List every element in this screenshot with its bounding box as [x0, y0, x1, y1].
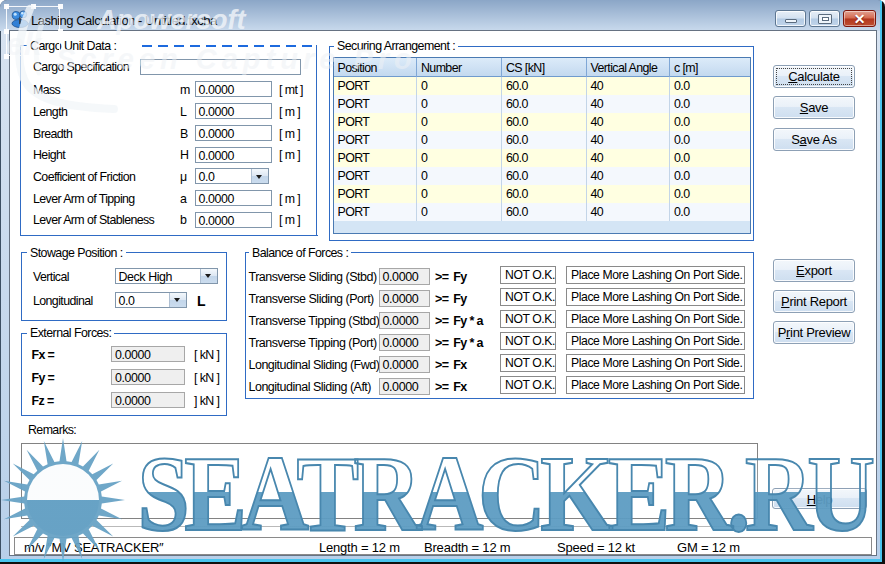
svg-text:SEATRACKER.RU: SEATRACKER.RU — [138, 434, 874, 553]
